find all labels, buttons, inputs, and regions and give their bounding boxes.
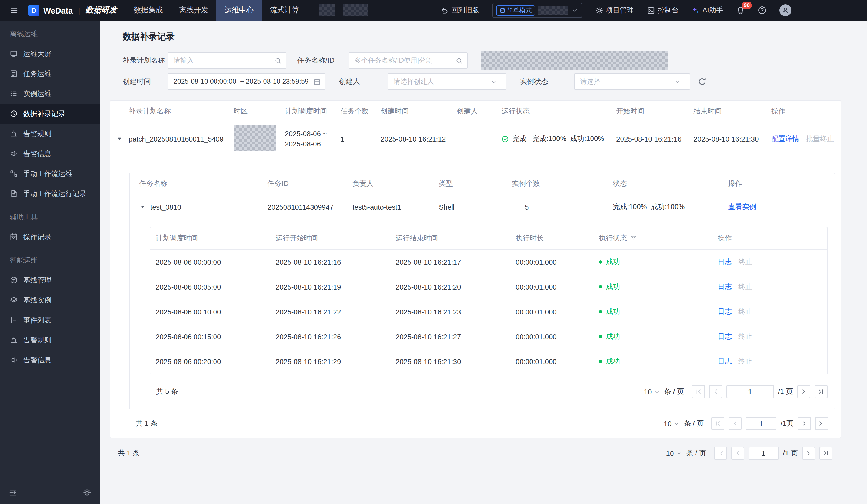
date-range-input[interactable] [168, 78, 313, 85]
prev-page-button[interactable] [731, 447, 744, 460]
notifications-button[interactable]: 90 [736, 6, 745, 14]
settings-gear-icon[interactable] [83, 488, 92, 497]
sidebar-item-label: 运维大屏 [23, 49, 51, 58]
plan-time: 2025-08-06 00:05:00 [156, 283, 276, 291]
page-size-select[interactable]: 10 [644, 387, 660, 396]
filter-bar: 补录计划名称 任务名称/ID 创建时间 [123, 52, 841, 90]
first-page-icon [717, 450, 724, 457]
instance-row-ops: 日志终止 [718, 307, 827, 317]
total-pages-label: /1 页 [778, 387, 793, 396]
terminate-action[interactable]: 终止 [738, 357, 752, 366]
next-page-button[interactable] [802, 447, 815, 460]
task-search-input[interactable] [349, 57, 456, 64]
task-count: 1 [341, 135, 381, 143]
help-icon[interactable] [758, 6, 767, 14]
log-link[interactable]: 日志 [718, 357, 732, 366]
batch-terminate-action[interactable]: 批量终止 [806, 134, 834, 144]
topnav-item[interactable]: 离线开发 [171, 0, 216, 21]
topnav-item[interactable]: 数据集成 [126, 0, 171, 21]
terminate-action[interactable]: 终止 [738, 307, 752, 317]
avatar[interactable] [779, 4, 791, 16]
view-instances-link[interactable]: 查看实例 [728, 202, 756, 211]
console-button[interactable]: 控制台 [647, 6, 678, 15]
collapse-task-icon[interactable] [139, 204, 146, 210]
sidebar-item[interactable]: 实例运维 [0, 84, 100, 104]
last-page-button[interactable] [815, 385, 827, 398]
terminate-action[interactable]: 终止 [738, 332, 752, 341]
page-number-input[interactable] [746, 417, 776, 430]
sidebar-item[interactable]: 任务运维 [0, 64, 100, 84]
instance-row-ops: 日志终止 [718, 357, 827, 366]
plan-name-input[interactable] [168, 57, 275, 64]
primary-nav: 数据集成离线开发运维中心流式计算 [126, 0, 307, 21]
sidebar-item[interactable]: 告警信息 [0, 144, 100, 164]
exec-status: 成功 [599, 257, 718, 267]
page-size-select[interactable]: 10 [664, 419, 680, 428]
back-to-old-button[interactable]: 回到旧版 [440, 6, 479, 15]
run-start-time: 2025-08-10 16:21:29 [276, 357, 396, 365]
ai-assistant-button[interactable]: AI助手 [692, 6, 723, 15]
plan-schedule-time: 2025-08-06 ~ 2025-08-06 [285, 128, 341, 149]
collapse-sidebar-icon[interactable] [9, 488, 17, 497]
mode-select[interactable]: 简单模式 [492, 3, 582, 18]
topnav-item[interactable]: 流式计算 [262, 0, 307, 21]
terminate-action[interactable]: 终止 [738, 282, 752, 292]
task-row: test_0810 20250810114309947 test5-auto-t… [130, 195, 835, 219]
sidebar-item[interactable]: 手动工作流运行记录 [0, 184, 100, 204]
first-page-icon [695, 388, 701, 395]
last-page-button[interactable] [820, 447, 832, 460]
project-mgmt-button[interactable]: 项目管理 [595, 6, 634, 15]
sidebar-item[interactable]: 基线实例 [0, 290, 100, 310]
first-page-button[interactable] [714, 447, 727, 460]
calendar-icon[interactable] [313, 78, 321, 85]
next-page-button[interactable] [797, 385, 810, 398]
task-status: 完成:100% 成功:100% [613, 202, 728, 212]
collapse-row-icon[interactable] [116, 135, 123, 142]
instance-row-ops: 日志终止 [718, 257, 827, 267]
config-detail-link[interactable]: 配置详情 [771, 134, 800, 144]
page-number-input[interactable] [726, 385, 774, 398]
status-dot-icon [599, 360, 602, 363]
search-icon[interactable] [275, 57, 282, 64]
sidebar-item[interactable]: 告警规则 [0, 330, 100, 350]
check-circle-icon [502, 135, 509, 142]
instance-status-select[interactable]: 请选择 [574, 74, 690, 90]
sidebar-item[interactable]: 操作记录 [0, 227, 100, 247]
filter-icon[interactable] [630, 235, 637, 241]
creator-select[interactable]: 请选择创建人 [387, 74, 506, 90]
run-start-time: 2025-08-10 16:21:16 [276, 258, 396, 266]
column-header: 创建人 [457, 107, 502, 116]
log-link[interactable]: 日志 [718, 307, 732, 317]
page-number-input[interactable] [748, 447, 779, 460]
topnav-item[interactable]: 运维中心 [216, 0, 262, 21]
prev-page-button[interactable] [709, 385, 722, 398]
sidebar-item[interactable]: 告警规则 [0, 124, 100, 144]
sidebar-item[interactable]: 运维大屏 [0, 44, 100, 64]
sidebar-item[interactable]: 告警信息 [0, 350, 100, 370]
first-page-button[interactable] [711, 417, 724, 430]
log-link[interactable]: 日志 [718, 282, 732, 292]
next-page-button[interactable] [798, 417, 811, 430]
expanded-task-panel: 任务名称任务ID负责人类型实例个数状态操作 test_0810 20250810… [129, 173, 835, 409]
prev-page-icon [712, 388, 719, 395]
log-link[interactable]: 日志 [718, 257, 732, 267]
sidebar-item[interactable]: 事件列表 [0, 310, 100, 330]
sidebar-item[interactable]: 基线管理 [0, 270, 100, 290]
sidebar-item-label: 手动工作流运行记录 [23, 189, 86, 198]
terminate-action[interactable]: 终止 [738, 257, 752, 267]
page-size-select[interactable]: 10 [666, 449, 682, 457]
column-header: 创建时间 [381, 107, 457, 116]
log-link[interactable]: 日志 [718, 332, 732, 341]
status-dot-icon [599, 310, 602, 313]
sidebar-item[interactable]: 手动工作流运维 [0, 164, 100, 184]
first-page-button[interactable] [692, 385, 705, 398]
prev-page-button[interactable] [729, 417, 742, 430]
search-icon[interactable] [456, 57, 463, 64]
refresh-icon[interactable] [698, 77, 706, 86]
sidebar-item[interactable]: 数据补录记录 [0, 104, 100, 124]
total-count: 共 1 条 [118, 448, 140, 458]
plan-time: 2025-08-06 00:15:00 [156, 332, 276, 341]
last-page-button[interactable] [815, 417, 828, 430]
redacted-area [481, 51, 667, 70]
menu-icon[interactable] [10, 6, 18, 14]
